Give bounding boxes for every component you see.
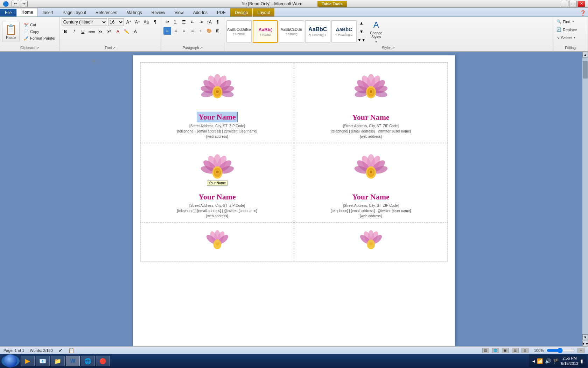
highlight-button[interactable]: ✏️ [123,28,131,35]
tray-arrow[interactable]: ◂ [532,358,535,364]
card-4-name[interactable]: Your Name [298,192,444,202]
font-color-button[interactable]: A [114,28,122,35]
format-painter-button[interactable]: 🖌️ Format Painter [22,35,57,41]
paste-button[interactable]: 📋 Paste [2,21,20,42]
scroll-thumb[interactable] [583,61,588,79]
tray-volume[interactable]: 🔊 [545,358,551,364]
normal-view-btn[interactable]: ▤ [482,348,489,353]
shading-button[interactable]: 🎨 [205,27,213,35]
quick-access-btn[interactable]: ↩ [12,1,19,7]
font-family-select[interactable]: Century (Headir [62,18,107,26]
style-normal[interactable]: AaBbCcDdEe ¶ Normal [226,20,252,43]
taskbar-explorer[interactable]: 📁 [51,356,65,366]
bold-button[interactable]: B [62,28,69,35]
underline-button[interactable]: U [79,28,87,35]
borders-button[interactable]: ⊞ [214,27,222,35]
grow-font-button[interactable]: A⁺ [125,18,133,26]
card-2-name[interactable]: Your Name [298,113,444,122]
font-expander[interactable]: ↗ [113,46,115,50]
tab-insert[interactable]: Insert [38,8,58,16]
multilevel-button[interactable]: ☰ [180,18,188,26]
style-name[interactable]: AaBb( ¶ Name [253,20,278,43]
font-size-select[interactable]: 16 [108,18,124,26]
scroll-up-arrow[interactable]: ▲ [582,52,588,57]
superscript-button[interactable]: x² [105,28,113,35]
spell-check-icon[interactable]: ✔ [58,348,63,353]
align-center-button[interactable]: ≡ [172,27,180,35]
business-card-1[interactable]: Your Name Your Name [Street Address, Cit… [140,63,294,143]
review-icon[interactable]: 📋 [68,348,74,353]
start-button[interactable] [1,355,20,367]
tab-home[interactable]: Home [17,8,37,16]
shrink-font-button[interactable]: A⁻ [134,18,141,26]
tab-view[interactable]: View [170,8,188,16]
restore-btn[interactable]: □ [569,1,577,7]
help-btn[interactable]: ❓ [578,9,588,16]
outline-view-btn[interactable]: ☰ [512,348,519,353]
minimize-btn[interactable]: − [561,1,568,7]
taskbar-word[interactable]: W [66,356,80,366]
find-button[interactable]: 🔍 Find ▼ [555,18,576,25]
clipboard-expander[interactable]: ↗ [36,46,39,50]
close-btn[interactable]: ✕ [578,1,585,7]
scroll-down-arrow[interactable]: ▼ [582,334,588,340]
card-1-name[interactable]: Your Name [197,112,237,122]
justify-button[interactable]: ≡ [189,27,196,35]
tray-network[interactable]: 📶 [537,358,543,364]
styles-scroll-up[interactable]: ▲ [358,19,365,27]
style-strong[interactable]: AaBbCcDdE ¶ Strong [279,20,304,43]
decrease-indent-button[interactable]: ⇤ [189,18,196,26]
style-heading2[interactable]: AaBbC ¶ Heading 2 [331,20,357,43]
pilcrow-button[interactable]: ¶ [214,18,222,26]
tab-design[interactable]: Design [230,8,252,16]
cut-button[interactable]: ✂️ Cut [22,22,57,28]
clear-format-button[interactable]: Aa [142,18,150,26]
align-left-button[interactable]: ≡ [163,27,171,35]
styles-scroll-down[interactable]: ▼ [358,28,365,35]
select-button[interactable]: ↘ Select ▼ [555,34,578,41]
tab-mailings[interactable]: Mailings [122,8,146,16]
line-spacing-button[interactable]: ↕ [197,27,205,35]
change-styles-button[interactable]: A ChangeStyles ▼ [366,20,386,43]
tab-page-layout[interactable]: Page Layout [58,8,91,16]
zoom-slider[interactable] [547,348,575,353]
styles-more[interactable]: ▼▼ [358,36,365,44]
styles-expander[interactable]: ↗ [392,46,395,50]
redo-btn[interactable]: ↪ [20,1,28,7]
increase-indent-button[interactable]: ⇥ [197,18,205,26]
text-effects-button[interactable]: A [132,28,139,35]
tab-file[interactable]: File [0,9,16,16]
next-page-arrow[interactable]: ▼▼ [582,341,588,346]
draft-view-btn[interactable]: ☷ [522,348,528,353]
tab-references[interactable]: References [91,8,121,16]
taskbar-chrome[interactable]: 🔴 [96,356,110,366]
card-3-name[interactable]: Your Name [144,192,290,202]
tray-clock[interactable]: 2:56 PM 6/13/2013 [561,356,578,367]
business-card-6[interactable] [294,223,448,261]
subscript-button[interactable]: x₂ [97,28,104,35]
taskbar-outlook[interactable]: 📧 [36,356,50,366]
numbering-button[interactable]: 1. [172,18,180,26]
tab-layout[interactable]: Layout [253,8,274,16]
tab-addins[interactable]: Add-Ins [189,8,212,16]
taskbar-media-player[interactable]: ▶ [21,356,35,366]
print-layout-btn[interactable]: ▣ [502,348,509,353]
show-chars-button[interactable]: ¶ [151,18,159,26]
paragraph-expander[interactable]: ↗ [200,46,203,50]
show-desktop-btn[interactable]: ▮ [580,358,583,364]
tab-review[interactable]: Review [147,8,169,16]
strikethrough-button[interactable]: abc [88,28,96,35]
web-layout-btn[interactable]: 🌐 [492,348,499,353]
replace-button[interactable]: 🔄 Replace [555,26,578,33]
business-card-4[interactable]: Your Name [Street Address, City, ST ZIP … [294,143,448,223]
tray-action-center[interactable]: 🏴 [553,358,559,364]
business-card-5[interactable] [140,223,294,261]
style-heading1[interactable]: AaBbC ¶ Heading 1 [305,20,330,43]
business-card-2[interactable]: Your Name [Street Address, City, ST ZIP … [294,63,448,143]
italic-button[interactable]: I [70,28,78,35]
taskbar-ie[interactable]: 🌐 [81,356,95,366]
bullets-button[interactable]: ≡• [163,18,171,26]
align-right-button[interactable]: ≡ [180,27,188,35]
sort-button[interactable]: ↕A [205,18,213,26]
zoom-in-btn[interactable]: + [578,348,584,353]
